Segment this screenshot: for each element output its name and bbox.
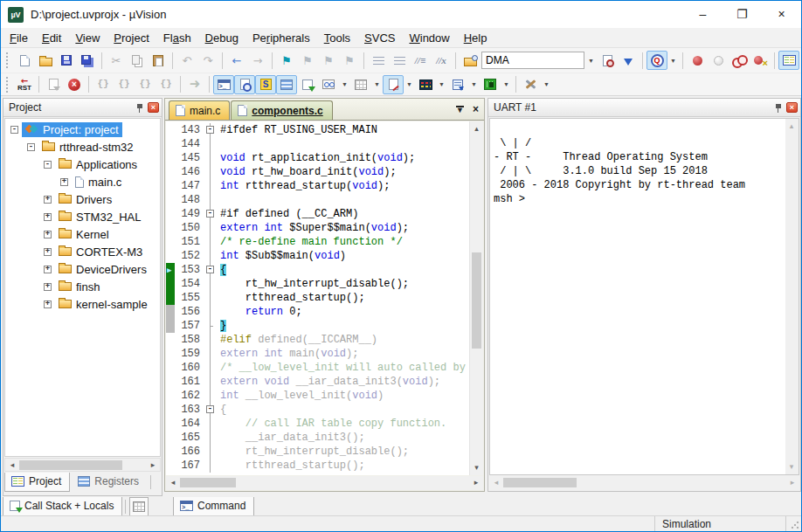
toolbar-grip[interactable] <box>6 52 9 68</box>
save-button[interactable] <box>56 51 77 70</box>
new-file-button[interactable] <box>14 51 35 70</box>
insert-breakpoint-button[interactable] <box>687 51 708 70</box>
project-panel-close-icon[interactable]: × <box>148 102 159 113</box>
close-file-icon[interactable]: × <box>473 104 479 114</box>
menu-edit[interactable]: Edit <box>35 29 68 47</box>
reset-button[interactable]: ←RST <box>14 75 35 94</box>
call-stack-window-button[interactable] <box>297 75 318 94</box>
cut-button[interactable]: ✂ <box>106 51 127 70</box>
expander-icon[interactable]: - <box>44 161 52 169</box>
menu-svcs[interactable]: SVCS <box>357 29 402 47</box>
resize-grip-icon[interactable] <box>791 521 799 529</box>
scroll-left-icon[interactable]: ◂ <box>491 476 501 489</box>
maximize-button[interactable]: ❐ <box>722 1 762 28</box>
menu-file[interactable]: File <box>3 29 35 47</box>
code-line-167[interactable]: 167 rtthread_startup(); <box>166 459 468 473</box>
navigate-back-button[interactable]: ← <box>226 51 247 70</box>
scroll-up-icon[interactable]: ▴ <box>470 122 483 135</box>
tree-item-finsh[interactable]: +finsh <box>5 278 160 295</box>
disable-all-breakpoints-button[interactable] <box>729 51 750 70</box>
menu-peripherals[interactable]: Peripherals <box>245 29 317 47</box>
code-editor[interactable]: 143-#ifdef RT_USING_USER_MAIN144145void … <box>166 121 483 475</box>
memory-window-tab[interactable] <box>129 497 149 516</box>
tree-item-kernel-sample[interactable]: +kernel-sample <box>5 295 160 313</box>
lookup-button[interactable]: Q <box>646 51 667 70</box>
serial-windows-dropdown[interactable]: ▼ <box>404 75 415 94</box>
code-line-156[interactable]: 156 return 0; <box>166 305 468 319</box>
code-line-164[interactable]: 164 // call IAR table copy function. <box>166 417 468 431</box>
comment-button[interactable]: //≡ <box>410 51 431 70</box>
debug-toolbar-grip[interactable] <box>6 77 9 93</box>
registers-window-button[interactable] <box>276 75 297 94</box>
bookmark-toggle-button[interactable]: ⚑ <box>276 51 297 70</box>
code-line-148[interactable]: 148 <box>166 193 468 207</box>
tab-call-stack-locals[interactable]: Call Stack + Locals <box>3 497 122 516</box>
trace-windows-dropdown[interactable]: ▼ <box>468 75 480 94</box>
show-next-statement-button[interactable]: ➜ <box>184 75 205 94</box>
system-viewer-button[interactable] <box>480 75 501 94</box>
tree-item-stm32-hal[interactable]: +STM32_HAL <box>5 208 160 225</box>
bookmark-clear-button[interactable]: ⚑ <box>339 51 360 70</box>
disassembly-window-button[interactable] <box>234 75 255 94</box>
code-line-155[interactable]: 155 rtthread_startup(); <box>166 291 468 305</box>
expander-icon[interactable]: + <box>44 213 52 221</box>
code-line-147[interactable]: 147int rtthread_startup(void); <box>166 179 468 193</box>
expander-icon[interactable]: + <box>44 196 52 204</box>
code-line-146[interactable]: 146void rt_hw_board_init(void); <box>166 165 468 179</box>
system-viewer-dropdown[interactable]: ▼ <box>501 75 512 94</box>
menu-flash[interactable]: Flash <box>156 29 198 47</box>
menu-view[interactable]: View <box>68 29 107 47</box>
fold-collapse-icon[interactable]: - <box>206 266 214 273</box>
find-input[interactable]: DMA <box>481 52 584 69</box>
toolbox-button[interactable] <box>520 75 541 94</box>
tab-components-c[interactable]: components.c <box>231 100 332 120</box>
code-line-143[interactable]: 143-#ifdef RT_USING_USER_MAIN <box>166 123 468 137</box>
editor-hscrollbar[interactable]: ◂ ▸ <box>166 476 483 490</box>
find-dialog-button[interactable] <box>460 51 481 70</box>
halt-button[interactable]: × <box>64 75 85 94</box>
tree-item-main-c[interactable]: +main.c <box>5 173 160 190</box>
pin-icon[interactable] <box>135 103 145 113</box>
expander-icon[interactable]: + <box>44 301 52 308</box>
close-button[interactable]: × <box>762 1 801 28</box>
toggle-breakpoint-button[interactable] <box>708 51 729 70</box>
code-line-150[interactable]: 150extern int $Super$$main(void); <box>166 221 468 235</box>
uart-hscrollbar[interactable]: ◂ ▸ <box>489 476 799 490</box>
analysis-windows-dropdown[interactable]: ▼ <box>436 75 447 94</box>
watch-windows-dropdown[interactable]: ▼ <box>339 75 350 94</box>
uart-terminal[interactable]: \ | / - RT - Thread Operating System / |… <box>489 118 799 475</box>
tree-item-rtthread-stm32[interactable]: -rtthread-stm32 <box>5 138 160 155</box>
expander-icon[interactable]: + <box>44 248 52 256</box>
code-line-166[interactable]: 166 rt_hw_interrupt_disable(); <box>166 445 468 459</box>
uart-panel-close-icon[interactable]: × <box>786 102 798 113</box>
save-all-button[interactable] <box>77 51 98 70</box>
copy-button[interactable] <box>127 51 148 70</box>
project-hscrollbar[interactable]: ◂ ▸ <box>4 458 161 472</box>
unindent-button[interactable] <box>389 51 410 70</box>
code-line-154[interactable]: 154 rt_hw_interrupt_disable(); <box>166 277 468 291</box>
step-button[interactable]: {} <box>93 75 114 94</box>
code-line-151[interactable]: 151/* re-define main function */ <box>166 235 468 249</box>
code-line-159[interactable]: 159extern int main(void); <box>166 347 468 361</box>
run-button[interactable] <box>43 75 64 94</box>
menu-tools[interactable]: Tools <box>317 29 357 47</box>
step-over-button[interactable]: {} <box>114 75 135 94</box>
code-line-153[interactable]: ▶153-{ <box>166 263 468 277</box>
tree-item-project-project[interactable]: -Project: project <box>5 121 160 138</box>
scrollbar-thumb[interactable] <box>472 252 481 349</box>
paste-button[interactable] <box>148 51 169 70</box>
scroll-down-icon[interactable]: ▾ <box>470 461 483 474</box>
tab-list-icon[interactable]: ▼ <box>456 106 464 114</box>
tree-item-kernel[interactable]: +Kernel <box>5 225 160 243</box>
uncomment-button[interactable]: //x <box>431 51 452 70</box>
expander-icon[interactable]: + <box>60 178 68 186</box>
scrollbar-thumb[interactable] <box>503 478 577 487</box>
code-line-162[interactable]: 162int __low_level_init(void) <box>166 389 468 403</box>
expander-icon[interactable]: - <box>27 143 35 151</box>
scroll-right-icon[interactable]: ▸ <box>787 476 798 489</box>
kill-all-breakpoints-button[interactable] <box>750 51 771 70</box>
toolbox-dropdown[interactable]: ▼ <box>541 75 552 94</box>
scrollbar-thumb[interactable] <box>180 478 236 487</box>
pin-icon[interactable] <box>774 103 784 113</box>
code-line-163[interactable]: 163-{ <box>166 403 468 417</box>
